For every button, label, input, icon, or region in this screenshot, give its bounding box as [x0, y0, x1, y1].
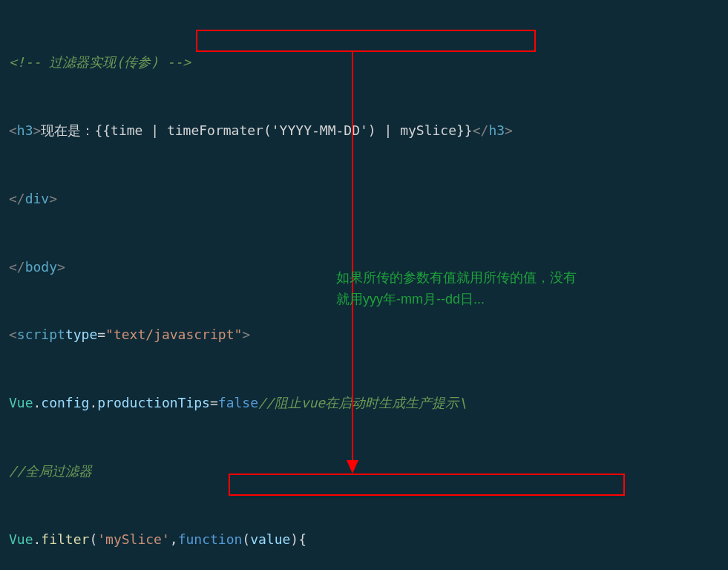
filter-name: 'mySlice': [97, 528, 170, 551]
code-line[interactable]: //全局过滤器: [0, 460, 728, 483]
script-type: "text/javascript": [105, 324, 242, 347]
comment-text: <!-- 过滤器实现(传参) -->: [9, 51, 191, 74]
code-line[interactable]: <h3>现在是：{{time | timeFormater('YYYY-MM-D…: [0, 119, 728, 142]
code-line[interactable]: Vue.filter('mySlice',function(value){: [0, 528, 728, 551]
filter-expression: {{time | timeFormater('YYYY-MM-DD') | my…: [94, 119, 472, 142]
comment-text: //阻止vue在启动时生成生产提示\: [258, 392, 467, 415]
h3-text: 现在是：: [41, 119, 94, 142]
comment-text: //全局过滤器: [9, 460, 92, 483]
annotation-text: 如果所传的参数有值就用所传的值，没有 就用yyy年-mm月--dd日...: [336, 267, 577, 310]
code-line[interactable]: </div>: [0, 188, 728, 211]
code-line[interactable]: Vue.config.productionTips = false //阻止vu…: [0, 392, 728, 415]
code-line[interactable]: <!-- 过滤器实现(传参) -->: [0, 51, 728, 74]
code-line[interactable]: <script type="text/javascript">: [0, 324, 728, 347]
